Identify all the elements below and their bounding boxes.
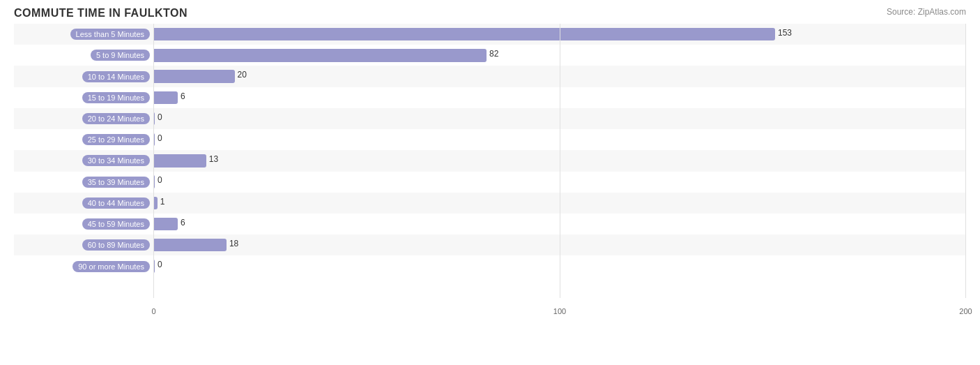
- bar-label: 10 to 14 Minutes: [14, 71, 153, 82]
- bar-label: 30 to 34 Minutes: [14, 155, 153, 166]
- grid-line: 100: [560, 24, 560, 298]
- chart-area: Less than 5 Minutes1535 to 9 Minutes8210…: [14, 24, 966, 319]
- chart-container: COMMUTE TIME IN FAULKTON Source: ZipAtla…: [0, 0, 980, 365]
- bar-label: 25 to 29 Minutes: [14, 134, 153, 145]
- chart-title: COMMUTE TIME IN FAULKTON: [14, 7, 966, 20]
- grid-lines: 0100200: [153, 24, 966, 298]
- bar-label: 40 to 44 Minutes: [14, 198, 153, 209]
- bar-label: Less than 5 Minutes: [14, 29, 153, 40]
- grid-label: 200: [959, 307, 972, 315]
- grid-label: 100: [553, 307, 566, 315]
- grid-line: 200: [965, 24, 966, 298]
- bar-label: 60 to 89 Minutes: [14, 239, 153, 251]
- bar-label: 35 to 39 Minutes: [14, 177, 153, 188]
- bar-label: 5 to 9 Minutes: [14, 50, 153, 61]
- bar-label: 45 to 59 Minutes: [14, 218, 153, 230]
- bar-label: 20 to 24 Minutes: [14, 113, 153, 124]
- bar-label: 15 to 19 Minutes: [14, 92, 153, 103]
- source-text: Source: ZipAtlas.com: [887, 7, 966, 17]
- grid-line: 0: [153, 24, 154, 298]
- bar-label: 90 or more Minutes: [14, 261, 153, 272]
- grid-label: 0: [151, 307, 155, 315]
